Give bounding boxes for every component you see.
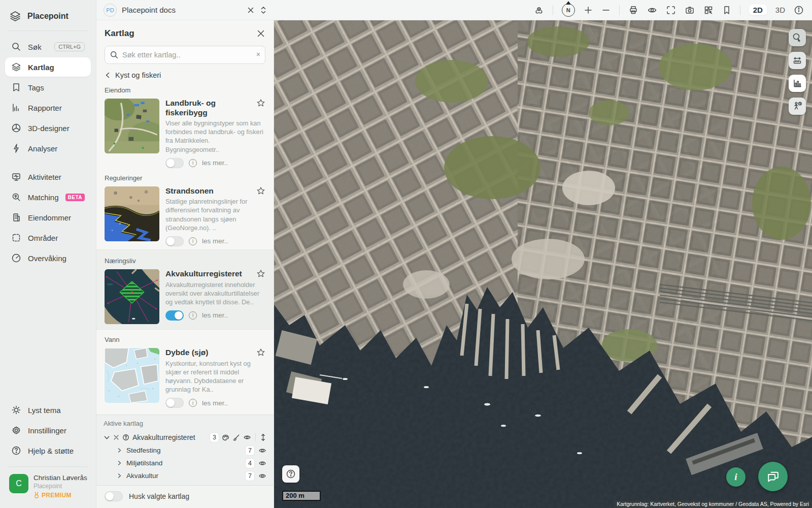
sidebar-item-eiendommer[interactable]: Eiendommer (5, 208, 91, 227)
layer-card-dybde: Dybde (sjø) Kystkontur, konstruert kyst … (105, 348, 265, 408)
remember-layers-toggle[interactable] (105, 491, 123, 501)
info-circle-icon[interactable] (794, 5, 804, 15)
sidebar-item-lyst-tema[interactable]: Lyst tema (5, 400, 91, 420)
qr-code-icon[interactable] (703, 5, 714, 15)
user-profile[interactable]: C Christian Løverås Placepoint PREMIUM (0, 467, 96, 501)
compass-north-button[interactable]: N (562, 4, 575, 17)
sidebar-nav: Søk CTRL+G Kartlag Tags Rapporter 3D-des… (0, 36, 96, 269)
tab-title: Placepoint docs (122, 6, 242, 14)
read-more-link[interactable]: les mer.. (202, 311, 228, 319)
zoom-in-icon[interactable] (584, 6, 593, 15)
layer-thumbnail[interactable] (105, 269, 159, 324)
sidebar-item-label: Lyst tema (28, 406, 85, 415)
sublayer-row-miljotilstand[interactable]: Miljøtilstand 4 (104, 457, 266, 469)
sidebar-item-kartlag[interactable]: Kartlag (5, 57, 91, 77)
read-more-link[interactable]: les mer.. (202, 237, 228, 245)
sidebar-item-hjelp[interactable]: Hjelp & støtte (5, 441, 91, 460)
eye-icon[interactable] (647, 5, 657, 15)
bookmark-icon[interactable] (722, 5, 731, 15)
travel-time-tool-button[interactable] (789, 98, 806, 115)
chevron-down-icon[interactable] (104, 434, 110, 441)
map-help-button[interactable] (282, 465, 299, 483)
sidebar-item-matching[interactable]: Matching BETA (5, 187, 91, 207)
favorite-star-icon[interactable] (256, 99, 265, 108)
layer-help-icon[interactable] (122, 434, 129, 441)
visibility-eye-icon[interactable] (258, 447, 266, 455)
sidebar-item-rapporter[interactable]: Rapporter (5, 98, 91, 117)
palette-icon[interactable] (222, 434, 229, 441)
layer-info-icon[interactable]: i (189, 237, 197, 245)
sidebar-item-analyser[interactable]: Analyser (5, 139, 91, 158)
chat-fab[interactable] (758, 462, 788, 491)
compass-label: N (562, 4, 575, 17)
sidebar-footer-nav: Lyst tema Innstillinger Hjelp & støtte (0, 399, 96, 461)
layer-card-strandsonen: Strandsonen Statlige planretningslinjer … (105, 186, 265, 246)
sidebar-item-label: Innstillinger (28, 426, 85, 435)
layer-search-input[interactable] (105, 46, 265, 64)
sidebar-item-label: Hjelp & støtte (28, 447, 85, 455)
map-viewport[interactable]: 200 m Kartgrunnlag: Kartverket, Geovekst… (274, 20, 812, 508)
layer-description: Akvakulturregisteret inneholder oversikt… (165, 280, 265, 306)
screenshot-camera-icon[interactable] (685, 5, 695, 15)
sidebar-item-aktiviteter[interactable]: Aktiviteter (5, 167, 91, 186)
layer-thumbnail[interactable] (105, 186, 159, 241)
sublayer-row-stedfesting[interactable]: Stedfesting 7 (104, 444, 266, 457)
remove-layer-icon[interactable] (113, 434, 119, 440)
report-chart-icon (11, 103, 21, 113)
breadcrumb-back[interactable]: Kyst og fiskeri (96, 64, 274, 80)
premium-label: PREMIUM (42, 492, 72, 499)
mode-3d-button[interactable]: 3D (775, 6, 785, 14)
reorder-vertical-icon[interactable] (260, 433, 266, 441)
close-panel-icon[interactable] (256, 29, 265, 38)
sidebar-item-3d-designer[interactable]: 3D-designer (5, 118, 91, 138)
chevron-right-icon[interactable] (117, 460, 122, 466)
layer-toggle[interactable] (165, 158, 184, 168)
layer-toggle[interactable] (165, 398, 184, 408)
visibility-eye-icon[interactable] (258, 459, 266, 467)
read-more-link[interactable]: les mer.. (202, 399, 228, 407)
location-icon[interactable] (534, 5, 544, 15)
layer-thumbnail[interactable] (105, 348, 159, 403)
sublayer-row-akvakultur[interactable]: Akvakultur 7 (104, 469, 266, 482)
mode-2d-button[interactable]: 2D (749, 5, 767, 15)
remember-layers-label: Husk valgte kartlag (129, 492, 189, 500)
map-canvas[interactable] (274, 20, 812, 508)
layer-info-icon[interactable]: i (189, 159, 197, 167)
style-brush-icon[interactable] (232, 434, 240, 441)
favorite-star-icon[interactable] (256, 348, 265, 357)
close-tab-icon[interactable] (247, 6, 255, 14)
reorder-chevrons-icon[interactable] (260, 6, 267, 15)
sidebar-item-omrader[interactable]: Områder (5, 228, 91, 247)
layer-info-icon[interactable]: i (189, 399, 197, 407)
chevron-right-icon[interactable] (117, 448, 122, 453)
zoom-out-icon[interactable] (601, 6, 611, 15)
active-layer-row[interactable]: Akvakulturregisteret 3 (104, 431, 266, 444)
favorite-star-icon[interactable] (256, 269, 265, 278)
layer-thumbnail[interactable] (105, 99, 159, 153)
map-attribution: Kartgrunnlag: Kartverket, Geovekst og ko… (614, 500, 812, 508)
sidebar-item-label: 3D-designer (28, 124, 85, 133)
layer-toggle[interactable] (165, 236, 184, 246)
search-icon (11, 42, 21, 52)
brand-name: Placepoint (27, 12, 69, 21)
visibility-eye-icon[interactable] (243, 433, 251, 441)
sidebar-item-tags[interactable]: Tags (5, 78, 91, 97)
avatar[interactable]: C (9, 474, 28, 493)
fullscreen-icon[interactable] (666, 5, 676, 15)
layer-info-icon[interactable]: i (189, 311, 197, 320)
select-features-tool-button[interactable] (789, 29, 806, 46)
sidebar-item-overvaking[interactable]: Overvåking (5, 248, 91, 268)
print-icon[interactable] (628, 5, 638, 15)
clear-search-icon[interactable]: × (256, 50, 260, 58)
measure-tool-button[interactable] (789, 52, 806, 69)
statistics-tool-button[interactable] (789, 75, 806, 92)
visibility-eye-icon[interactable] (258, 472, 266, 480)
document-tab[interactable]: PD Placepoint docs (96, 4, 274, 17)
sidebar-item-innstillinger[interactable]: Innstillinger (5, 421, 91, 440)
sidebar-item-sok[interactable]: Søk CTRL+G (5, 37, 91, 56)
map-info-fab[interactable]: i (726, 467, 746, 487)
layer-toggle[interactable] (165, 310, 184, 321)
chevron-right-icon[interactable] (117, 473, 122, 479)
read-more-link[interactable]: les mer.. (202, 159, 228, 167)
favorite-star-icon[interactable] (256, 186, 265, 196)
